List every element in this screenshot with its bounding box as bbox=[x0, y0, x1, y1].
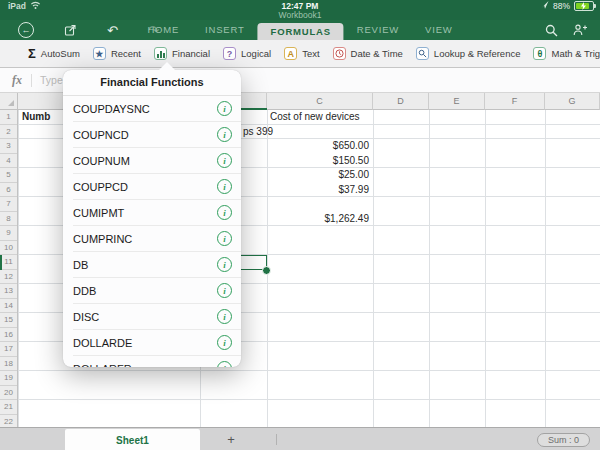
gridline-vertical bbox=[429, 110, 430, 427]
function-item-couppcd[interactable]: COUPPCDi bbox=[73, 174, 241, 200]
status-bar: iPad 12:47 PM Workbook1 88% bbox=[0, 0, 600, 20]
info-icon[interactable]: i bbox=[217, 153, 232, 168]
logical-button[interactable]: ?Logical bbox=[223, 47, 271, 60]
gridline-vertical bbox=[373, 110, 374, 427]
row-header-21[interactable]: 21 bbox=[0, 400, 17, 415]
info-icon[interactable]: i bbox=[217, 127, 232, 142]
function-name: CUMIPMT bbox=[73, 207, 124, 219]
nav-bar: ←↶↷ HOMEINSERTFORMULASREVIEWVIEW bbox=[0, 20, 600, 40]
row-header-15[interactable]: 15 bbox=[0, 313, 17, 328]
theta-icon: θ bbox=[533, 47, 546, 60]
text-button[interactable]: AText bbox=[284, 47, 319, 60]
function-item-coupnum[interactable]: COUPNUMi bbox=[73, 148, 241, 174]
row-header-10[interactable]: 10 bbox=[0, 241, 17, 256]
undo-icon[interactable]: ↶ bbox=[107, 24, 118, 37]
gridline-vertical bbox=[18, 110, 19, 427]
row-header-17[interactable]: 17 bbox=[0, 342, 17, 357]
tab-review[interactable]: REVIEW bbox=[344, 20, 412, 40]
function-item-cumipmt[interactable]: CUMIPMTi bbox=[73, 200, 241, 226]
function-item-disc[interactable]: DISCi bbox=[73, 304, 241, 330]
row-header-19[interactable]: 19 bbox=[0, 371, 17, 386]
info-icon[interactable]: i bbox=[217, 283, 232, 298]
select-all-corner[interactable] bbox=[0, 93, 18, 110]
info-icon[interactable]: i bbox=[217, 231, 232, 246]
lookup-reference-button[interactable]: Lookup & Reference bbox=[416, 47, 521, 60]
financial-button[interactable]: Financial bbox=[154, 47, 210, 60]
function-name: COUPNUM bbox=[73, 155, 130, 167]
info-icon[interactable]: i bbox=[217, 179, 232, 194]
function-name: COUPPCD bbox=[73, 181, 128, 193]
sum-status-badge[interactable]: Sum : 0 bbox=[537, 433, 590, 447]
column-header-D[interactable]: D bbox=[373, 93, 429, 110]
add-person-icon[interactable] bbox=[573, 24, 588, 36]
cell-C8[interactable]: $1,262.49 bbox=[269, 212, 369, 227]
function-item-ddb[interactable]: DDBi bbox=[73, 278, 241, 304]
cell-C1[interactable]: Cost of new devices bbox=[270, 110, 360, 125]
function-name: DOLLARDE bbox=[73, 337, 132, 349]
add-sheet-button[interactable]: + bbox=[220, 429, 242, 450]
back-icon[interactable]: ← bbox=[18, 22, 34, 38]
function-item-cumprinc[interactable]: CUMPRINCi bbox=[73, 226, 241, 252]
row-header-16[interactable]: 16 bbox=[0, 328, 17, 343]
tab-insert[interactable]: INSERT bbox=[192, 20, 257, 40]
function-item-coupdaysnc[interactable]: COUPDAYSNCi bbox=[73, 96, 241, 122]
share-icon[interactable] bbox=[64, 24, 77, 37]
column-header-G[interactable]: G bbox=[545, 93, 600, 110]
row-header-7[interactable]: 7 bbox=[0, 197, 17, 212]
date-time-button[interactable]: Date & Time bbox=[333, 47, 403, 60]
row-header-4[interactable]: 4 bbox=[0, 154, 17, 169]
row-header-18[interactable]: 18 bbox=[0, 357, 17, 372]
info-icon[interactable]: i bbox=[217, 101, 232, 116]
info-icon[interactable]: i bbox=[217, 335, 232, 350]
function-name: DB bbox=[73, 259, 88, 271]
function-item-dollarfr[interactable]: DOLLARFRi bbox=[73, 356, 241, 367]
cell-C5[interactable]: $25.00 bbox=[269, 168, 369, 183]
ribbon-button-label: Math & Trig bbox=[551, 48, 600, 59]
search-icon[interactable] bbox=[545, 24, 558, 37]
row-header-2[interactable]: 2 bbox=[0, 125, 17, 140]
tab-formulas[interactable]: FORMULAS bbox=[258, 23, 344, 40]
cell-C3[interactable]: $650.00 bbox=[269, 139, 369, 154]
autosum-button[interactable]: ΣAutoSum bbox=[28, 46, 80, 61]
ribbon-button-label: Lookup & Reference bbox=[434, 48, 521, 59]
row-header-22[interactable]: 22 bbox=[0, 415, 17, 428]
row-header-8[interactable]: 8 bbox=[0, 212, 17, 227]
function-item-db[interactable]: DBi bbox=[73, 252, 241, 278]
excel-ipad-app: iPad 12:47 PM Workbook1 88% ←↶↷ HOMEINSE… bbox=[0, 0, 600, 450]
battery-charging-icon bbox=[574, 1, 594, 11]
tab-home[interactable]: HOME bbox=[134, 20, 192, 40]
letter-a-icon: A bbox=[284, 47, 297, 60]
row-header-1[interactable]: 1 bbox=[0, 110, 17, 125]
row-header-9[interactable]: 9 bbox=[0, 226, 17, 241]
info-icon[interactable]: i bbox=[217, 205, 232, 220]
info-icon[interactable]: i bbox=[217, 257, 232, 272]
function-name: DOLLARFR bbox=[73, 363, 132, 368]
row-header-20[interactable]: 20 bbox=[0, 386, 17, 401]
info-icon[interactable]: i bbox=[217, 361, 232, 367]
row-header-14[interactable]: 14 bbox=[0, 299, 17, 314]
math-trig-button[interactable]: θMath & Trig bbox=[533, 47, 600, 60]
row-header-column: 12345678910111213141516171819202122 bbox=[0, 110, 18, 427]
recent-button[interactable]: ★Recent bbox=[93, 47, 141, 60]
column-header-F[interactable]: F bbox=[485, 93, 545, 110]
info-icon[interactable]: i bbox=[217, 309, 232, 324]
sheet-tab-sheet1[interactable]: Sheet1 bbox=[65, 429, 200, 450]
function-item-dollarde[interactable]: DOLLARDEi bbox=[73, 330, 241, 356]
row-header-13[interactable]: 13 bbox=[0, 284, 17, 299]
row-header-6[interactable]: 6 bbox=[0, 183, 17, 198]
tab-view[interactable]: VIEW bbox=[412, 20, 465, 40]
cell-A1[interactable]: Numb bbox=[22, 110, 50, 125]
cell-B2[interactable]: ps 399 bbox=[243, 125, 273, 140]
function-item-coupncd[interactable]: COUPNCDi bbox=[73, 122, 241, 148]
column-header-C[interactable]: C bbox=[267, 93, 373, 110]
row-header-11[interactable]: 11 bbox=[0, 255, 17, 270]
selection-fill-handle[interactable] bbox=[262, 266, 271, 275]
row-header-3[interactable]: 3 bbox=[0, 139, 17, 154]
cell-C6[interactable]: $37.99 bbox=[269, 183, 369, 198]
ribbon-button-label: AutoSum bbox=[41, 48, 80, 59]
cell-C4[interactable]: $150.50 bbox=[269, 154, 369, 169]
row-header-12[interactable]: 12 bbox=[0, 270, 17, 285]
column-header-E[interactable]: E bbox=[429, 93, 485, 110]
row-header-5[interactable]: 5 bbox=[0, 168, 17, 183]
ribbon-button-label: Date & Time bbox=[351, 48, 403, 59]
